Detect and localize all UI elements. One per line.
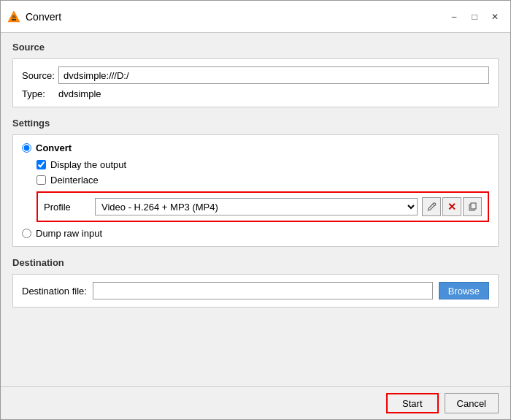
dest-file-label: Destination file: [22, 286, 87, 297]
source-section: Source Source: Type: dvdsimple [12, 42, 499, 107]
cancel-button[interactable]: Cancel [445, 393, 499, 413]
source-input[interactable] [58, 66, 489, 84]
source-row: Source: [22, 66, 489, 84]
dump-radio-label[interactable]: Dump raw input [36, 228, 102, 239]
maximize-button[interactable]: □ [465, 7, 484, 26]
minimize-button[interactable]: – [445, 7, 464, 26]
profile-select[interactable]: Video - H.264 + MP3 (MP4) Video - H.265 … [95, 198, 418, 215]
window-title: Convert [26, 11, 445, 23]
footer: Start Cancel [1, 386, 510, 419]
content-area: Source Source: Type: dvdsimple Settings [1, 33, 510, 386]
destination-section-inner: Destination file: Browse [12, 274, 499, 308]
svg-line-4 [433, 205, 435, 207]
convert-radio[interactable] [22, 143, 31, 153]
title-bar: Convert – □ ✕ [1, 1, 510, 33]
svg-rect-1 [12, 19, 16, 20]
destination-section-label: Destination [12, 257, 499, 268]
type-row: Type: dvdsimple [22, 88, 489, 99]
deinterlace-label[interactable]: Deinterlace [50, 175, 99, 186]
convert-radio-label[interactable]: Convert [36, 142, 72, 153]
display-output-label[interactable]: Display the output [50, 159, 126, 170]
deinterlace-row: Deinterlace [22, 175, 489, 186]
deinterlace-checkbox[interactable] [36, 175, 46, 185]
close-button[interactable]: ✕ [485, 7, 504, 26]
type-field-label: Type: [22, 88, 58, 99]
profile-label: Profile [44, 202, 95, 213]
convert-window: Convert – □ ✕ Source Source: Type: dvdsi… [0, 0, 511, 420]
convert-radio-row: Convert [22, 142, 489, 153]
vlc-icon [7, 9, 21, 24]
window-controls: – □ ✕ [445, 7, 504, 26]
wrench-icon [426, 202, 437, 212]
dump-radio[interactable] [22, 229, 31, 238]
profile-wrapper: Profile Video - H.264 + MP3 (MP4) Video … [22, 191, 489, 222]
source-section-inner: Source: Type: dvdsimple [12, 58, 499, 107]
settings-section-inner: Convert Display the output Deinterlace P… [12, 134, 499, 247]
profile-edit-button[interactable] [422, 197, 441, 216]
dump-radio-row: Dump raw input [22, 228, 489, 239]
dest-file-input[interactable] [93, 282, 433, 299]
source-field-label: Source: [22, 70, 58, 81]
start-button[interactable]: Start [386, 393, 438, 413]
destination-section: Destination Destination file: Browse [12, 257, 499, 308]
destination-row: Destination file: Browse [22, 282, 489, 299]
settings-section: Settings Convert Display the output Dein… [12, 118, 499, 247]
profile-copy-button[interactable] [463, 197, 482, 216]
display-output-checkbox[interactable] [36, 160, 46, 169]
source-section-label: Source [12, 42, 499, 53]
profile-delete-button[interactable]: ✕ [442, 197, 461, 216]
type-value: dvdsimple [58, 88, 101, 99]
display-output-row: Display the output [22, 159, 489, 170]
settings-section-label: Settings [12, 118, 499, 129]
copy-icon [467, 202, 477, 212]
profile-box: Profile Video - H.264 + MP3 (MP4) Video … [36, 191, 489, 222]
profile-action-buttons: ✕ [422, 197, 482, 216]
svg-rect-6 [471, 203, 476, 209]
browse-button[interactable]: Browse [439, 282, 489, 299]
